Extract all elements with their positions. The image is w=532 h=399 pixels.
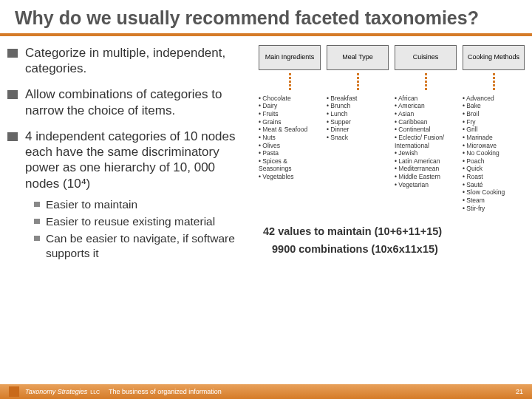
facet-item: Slow Cooking bbox=[463, 188, 525, 197]
connector-dots-icon bbox=[395, 70, 457, 95]
footer-brand: Taxonomy Strategies bbox=[25, 388, 87, 395]
facet-item: Nuts bbox=[259, 134, 321, 142]
facet-item: Microwave bbox=[463, 142, 525, 150]
footer-bar: Taxonomy Strategies LLC The business of … bbox=[0, 384, 532, 399]
facet-item: Meat & Seafood bbox=[259, 126, 321, 134]
facet-item: Supper bbox=[327, 118, 389, 126]
facet-items: AfricanAmericanAsianCaribbeanContinental… bbox=[395, 95, 457, 189]
facet-item: Caribbean bbox=[395, 118, 457, 126]
facet-item: Sauté bbox=[463, 181, 525, 189]
square-bullet-icon bbox=[7, 49, 18, 58]
facet-item: Pasta bbox=[259, 149, 321, 157]
facet-item: Eclectic/ Fusion/ International bbox=[395, 134, 457, 149]
facet-item: Lunch bbox=[327, 110, 389, 118]
facet-item: Continental bbox=[395, 126, 457, 134]
footer-llc: LLC bbox=[90, 389, 100, 395]
facet-item: Fry bbox=[463, 118, 525, 126]
facets-grid: Main Ingredients ChocolateDairyFruitsGra… bbox=[259, 45, 525, 212]
sub-bullet-item: Easier to reusue existing material bbox=[34, 214, 251, 229]
facet-item: Steam bbox=[463, 197, 525, 205]
footer-tagline: The business of organized information bbox=[109, 388, 222, 395]
square-bullet-icon bbox=[7, 132, 18, 141]
facet-item: Poach bbox=[463, 157, 525, 166]
left-column: Categorize in multiple, independent, cat… bbox=[7, 45, 251, 264]
sub-bullet-item: Can be easier to navigate, if software s… bbox=[34, 231, 251, 261]
facet-item: Vegetarian bbox=[395, 181, 457, 189]
sub-bullet-item: Easier to maintain bbox=[34, 197, 251, 212]
facet-header: Main Ingredients bbox=[259, 45, 321, 70]
facet-item: Jewish bbox=[395, 149, 457, 157]
facet-item: Olives bbox=[259, 142, 321, 150]
facet-item: Latin American bbox=[395, 157, 457, 166]
facet-item: Advanced bbox=[463, 95, 525, 103]
square-bullet-icon bbox=[34, 202, 40, 207]
facet-item: Quick bbox=[463, 165, 525, 173]
bullet-item: 4 independent categories of 10 nodes eac… bbox=[7, 129, 251, 191]
facet-items: BreakfastBrunchLunchSupperDinnerSnack bbox=[327, 95, 389, 142]
facet-item: African bbox=[395, 95, 457, 103]
facet-item: Bake bbox=[463, 102, 525, 110]
bullet-text: Categorize in multiple, independent, cat… bbox=[25, 45, 251, 77]
facet-item: Asian bbox=[395, 110, 457, 118]
bullet-item: Categorize in multiple, independent, cat… bbox=[7, 45, 251, 77]
facet-column: Meal Type BreakfastBrunchLunchSupperDinn… bbox=[327, 45, 389, 212]
bullet-text: Allow combinations of categories to narr… bbox=[25, 86, 251, 118]
facet-item: Breakfast bbox=[327, 95, 389, 103]
summary-block: 42 values to maintain (10+6+11+15) 9900 … bbox=[259, 225, 525, 255]
facet-item: No Cooking bbox=[463, 149, 525, 157]
facet-items: ChocolateDairyFruitsGrainsMeat & Seafood… bbox=[259, 95, 321, 181]
facet-item: Chocolate bbox=[259, 95, 321, 103]
facet-item: American bbox=[395, 102, 457, 110]
facet-item: Dairy bbox=[259, 102, 321, 110]
facet-item: Grains bbox=[259, 118, 321, 126]
square-bullet-icon bbox=[7, 90, 18, 99]
sub-bullet-text: Easier to reusue existing material bbox=[46, 214, 215, 229]
summary-line: 9900 combinations (10x6x11x15) bbox=[272, 243, 525, 255]
square-bullet-icon bbox=[34, 219, 40, 224]
facet-column: Cooking Methods AdvancedBakeBroilFryGril… bbox=[463, 45, 525, 212]
facet-header: Cooking Methods bbox=[463, 45, 525, 70]
page-number: 21 bbox=[516, 388, 523, 395]
facet-item: Brunch bbox=[327, 102, 389, 110]
facet-header: Meal Type bbox=[327, 45, 389, 70]
facet-item: Roast bbox=[463, 173, 525, 181]
facet-item: Fruits bbox=[259, 110, 321, 118]
facet-item: Snack bbox=[327, 134, 389, 142]
connector-dots-icon bbox=[463, 70, 525, 95]
facet-item: Grill bbox=[463, 126, 525, 134]
square-bullet-icon bbox=[34, 236, 40, 241]
facet-item: Dinner bbox=[327, 126, 389, 134]
sub-bullet-list: Easier to maintain Easier to reusue exis… bbox=[34, 197, 251, 262]
facet-header: Cuisines bbox=[395, 45, 457, 70]
facet-item: Middle Eastern bbox=[395, 173, 457, 181]
sub-bullet-text: Can be easier to navigate, if software s… bbox=[46, 231, 251, 261]
connector-dots-icon bbox=[259, 70, 321, 95]
facet-item: Vegetables bbox=[259, 173, 321, 181]
bullet-item: Allow combinations of categories to narr… bbox=[7, 86, 251, 118]
right-column: Main Ingredients ChocolateDairyFruitsGra… bbox=[259, 45, 525, 264]
sub-bullet-text: Easier to maintain bbox=[46, 197, 137, 212]
facet-items: AdvancedBakeBroilFryGrillMarinadeMicrowa… bbox=[463, 95, 525, 212]
connector-dots-icon bbox=[327, 70, 389, 95]
facet-column: Cuisines AfricanAmericanAsianCaribbeanCo… bbox=[395, 45, 457, 212]
facet-item: Broil bbox=[463, 110, 525, 118]
facet-item: Marinade bbox=[463, 134, 525, 142]
slide-title: Why do we usually recommend faceted taxo… bbox=[0, 0, 532, 36]
facet-item: Mediterranean bbox=[395, 165, 457, 173]
facet-column: Main Ingredients ChocolateDairyFruitsGra… bbox=[259, 45, 321, 212]
bullet-text: 4 independent categories of 10 nodes eac… bbox=[25, 129, 251, 191]
facet-item: Stir-fry bbox=[463, 205, 525, 213]
facet-item: Spices & Seasonings bbox=[259, 157, 321, 173]
summary-line: 42 values to maintain (10+6+11+15) bbox=[263, 225, 525, 237]
footer-logo-icon bbox=[9, 386, 19, 397]
